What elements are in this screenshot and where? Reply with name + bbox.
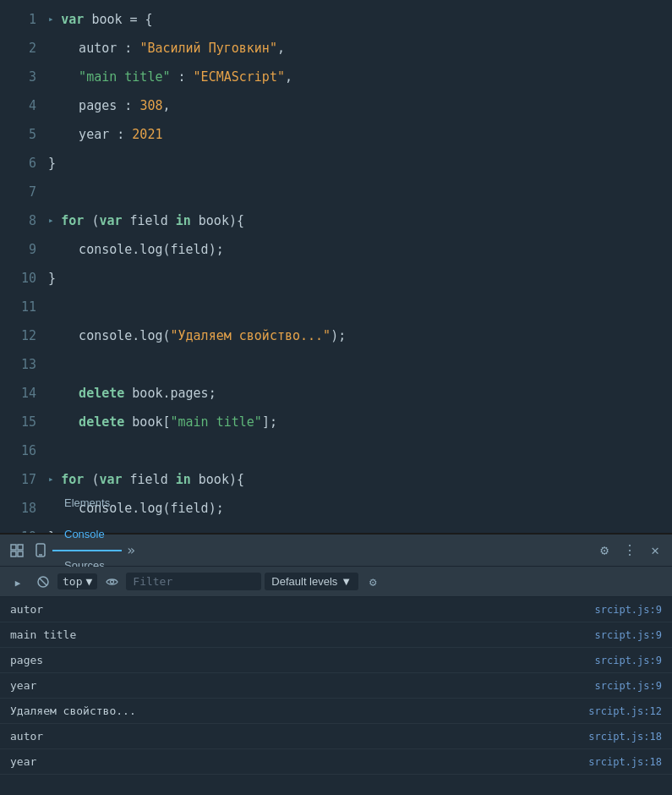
code-token: book = { [91, 5, 152, 34]
code-token: field [130, 465, 176, 494]
inspect-icon-button[interactable] [5, 539, 29, 562]
console-row-link[interactable]: srcipt.js:18 [588, 756, 662, 768]
play-icon [15, 575, 21, 589]
code-token: book){ [191, 465, 244, 494]
code-token: } [48, 149, 56, 178]
line-number: 9 [0, 235, 36, 264]
code-line [46, 436, 672, 465]
code-token: delete [48, 408, 132, 436]
tab-elements[interactable]: Elements [52, 488, 122, 520]
code-token: "ECMAScript" [194, 63, 285, 91]
svg-rect-2 [11, 551, 16, 556]
console-row: yearsrcipt.js:9 [0, 673, 672, 699]
code-token: 308 [139, 91, 162, 120]
tab-console[interactable]: Console [52, 519, 122, 551]
line-number: 2 [0, 34, 36, 63]
gear-icon [600, 542, 609, 558]
line-number: 7 [0, 178, 36, 206]
console-output: autorsrcipt.js:9main titlesrcipt.js:9pag… [0, 597, 672, 795]
console-row-link[interactable]: srcipt.js:12 [588, 705, 662, 717]
line-number: 1 [0, 5, 36, 34]
chevron-down-icon: ▼ [341, 575, 352, 588]
line-number: 8 [0, 206, 36, 235]
code-line: delete book["main title"]; [46, 408, 672, 436]
line-number: 11 [0, 293, 36, 321]
code-token: year : [48, 120, 132, 149]
line-number: 19 [0, 523, 36, 533]
code-line: console.log(field); [46, 494, 672, 523]
toolbar-right-icons [593, 539, 667, 562]
clear-console-button[interactable] [32, 571, 54, 593]
console-row: Удаляем свойство...srcipt.js:12 [0, 699, 672, 724]
line-number: 14 [0, 379, 36, 408]
code-line: year : 2021 [46, 120, 672, 149]
eye-icon-button[interactable] [101, 571, 123, 593]
console-bar: top ▼ Default levels ▼ [0, 567, 672, 597]
context-selector[interactable]: top ▼ [57, 573, 97, 589]
line-number: 18 [0, 494, 36, 523]
console-row-link[interactable]: srcipt.js:9 [595, 655, 662, 666]
code-token: : [171, 63, 194, 91]
code-line: } [46, 149, 672, 178]
code-line [46, 293, 672, 321]
console-row: autorsrcipt.js:9 [0, 597, 672, 622]
collapse-arrow-icon[interactable]: ▸ [48, 5, 59, 34]
console-row-link[interactable]: srcipt.js:9 [595, 680, 662, 692]
console-settings-button[interactable] [362, 571, 384, 593]
context-value: top [63, 575, 82, 588]
code-token: 2021 [132, 120, 162, 149]
default-levels-button[interactable]: Default levels ▼ [265, 573, 358, 590]
code-token: var [61, 5, 91, 34]
code-token: "main title" [171, 408, 262, 436]
code-editor: 12345678910111213141516171819 ▸ var book… [0, 0, 672, 533]
more-tabs-button[interactable]: » [122, 542, 140, 558]
code-token: book){ [191, 206, 244, 235]
devtools-panel: ElementsConsoleSourcesNetwork » top ▼ [0, 533, 672, 795]
line-number: 16 [0, 436, 36, 465]
code-line: console.log("Удаляем свойство..."); [46, 321, 672, 350]
line-number: 10 [0, 264, 36, 293]
dots-icon [623, 542, 636, 558]
console-row-link[interactable]: srcipt.js:9 [595, 604, 662, 616]
svg-rect-0 [11, 545, 16, 550]
console-row: pagessrcipt.js:9 [0, 648, 672, 673]
console-row-link[interactable]: srcipt.js:9 [595, 629, 662, 641]
code-line: ▸ var book = { [46, 5, 672, 34]
more-options-button[interactable] [618, 539, 642, 562]
close-devtools-button[interactable] [643, 539, 667, 562]
console-row-text: autor [10, 603, 43, 616]
code-token: , [162, 91, 170, 120]
line-number: 4 [0, 91, 36, 120]
close-icon [651, 542, 659, 558]
code-token: ); [331, 321, 346, 350]
mobile-icon-button[interactable] [29, 539, 52, 562]
console-row-link[interactable]: srcipt.js:18 [588, 731, 662, 743]
execute-button[interactable] [7, 571, 29, 593]
code-token: , [285, 63, 292, 91]
code-line [46, 178, 672, 206]
code-line: delete book.pages; [46, 379, 672, 408]
filter-input[interactable] [126, 573, 261, 590]
code-token: console.log(field); [48, 235, 224, 264]
code-line: } [46, 264, 672, 293]
code-token: console.log( [48, 321, 171, 350]
console-row-text: year [10, 755, 36, 768]
code-line: } [46, 523, 672, 533]
code-token: delete [48, 379, 132, 408]
code-token: } [48, 264, 56, 293]
code-line: ▸ for (var field in book){ [46, 465, 672, 494]
code-token: in [176, 465, 191, 494]
code-line: pages : 308, [46, 91, 672, 120]
svg-rect-3 [18, 551, 23, 556]
console-row: main titlesrcipt.js:9 [0, 622, 672, 648]
code-token: in [176, 206, 191, 235]
svg-rect-1 [18, 545, 23, 550]
code-line: autor : "Василий Пуговкин", [46, 34, 672, 63]
console-row-text: pages [10, 654, 43, 666]
svg-point-8 [110, 580, 113, 584]
settings-icon-button[interactable] [593, 539, 616, 562]
line-number: 6 [0, 149, 36, 178]
collapse-arrow-icon[interactable]: ▸ [48, 206, 59, 235]
console-row: autorsrcipt.js:18 [0, 724, 672, 749]
line-numbers: 12345678910111213141516171819 [0, 0, 46, 533]
